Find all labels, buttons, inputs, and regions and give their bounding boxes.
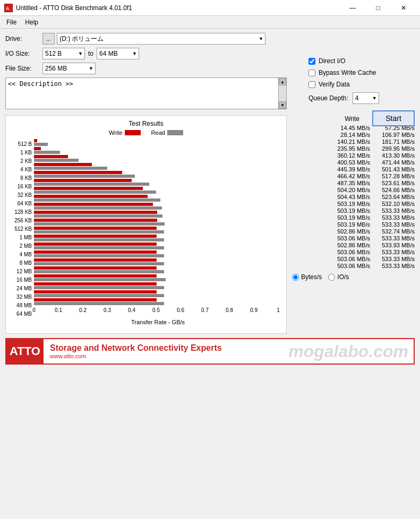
menu-help[interactable]: Help [21, 18, 42, 27]
bar-row [34, 187, 282, 194]
result-row: 360.12 MB/s413.30 MB/s [292, 152, 415, 159]
y-label: 2 KB [10, 157, 34, 166]
maximize-button[interactable]: □ [366, 0, 390, 16]
result-row: 502.86 MB/s532.74 MB/s [292, 228, 415, 235]
footer-url: www.atto.com [50, 353, 282, 359]
x-axis-tick-label: 0.8 [226, 307, 233, 313]
y-label: 512 KB [10, 225, 34, 233]
y-label: 1 KB [10, 149, 34, 157]
result-read-value: 523.61 MB/s [372, 180, 415, 186]
drive-select-wrapper: (D:) ボリューム [57, 33, 265, 45]
read-bar [34, 294, 164, 297]
bar-row [34, 243, 282, 249]
bar-row [34, 227, 282, 233]
start-button[interactable]: Start [372, 110, 415, 126]
to-label: to [88, 50, 93, 57]
direct-io-label: Direct I/O [319, 57, 346, 65]
bar-row [34, 155, 282, 162]
result-row: 503.19 MB/s533.33 MB/s [292, 207, 415, 214]
write-bar [34, 298, 157, 301]
x-axis-tick-label: 0.1 [55, 307, 62, 313]
menu-file[interactable]: File [2, 18, 21, 27]
y-label: 8 KB [10, 174, 34, 183]
window-title: Untitled - ATTO Disk Benchmark 4.01.0f1 [16, 4, 132, 12]
x-axis-label: Transfer Rate - GB/s [34, 319, 282, 325]
result-write-value: 445.39 MB/s [322, 166, 370, 172]
read-legend-label: Read [151, 129, 165, 136]
result-row: 503.06 MB/s533.33 MB/s [292, 256, 415, 262]
result-read-value: 299.95 MB/s [372, 145, 415, 152]
results-panel: Write Read 14.45 MB/s57.25 MB/s28.14 MB/… [292, 115, 415, 334]
result-write-value: 466.42 MB/s [322, 173, 370, 179]
result-read-value: 523.64 MB/s [372, 194, 415, 200]
result-read-value: 533.33 MB/s [372, 263, 415, 269]
bypass-write-cache-label: Bypass Write Cache [319, 69, 376, 76]
y-label: 12 MB [10, 267, 34, 276]
result-read-value: 471.44 MB/s [372, 159, 415, 166]
chart-title: Test Results [10, 120, 282, 127]
read-bar [34, 302, 164, 305]
result-write-value: 503.06 MB/s [322, 249, 370, 255]
result-write-value: 502.86 MB/s [322, 228, 370, 235]
bar-row [34, 211, 282, 218]
direct-io-checkbox[interactable] [308, 58, 315, 65]
y-label: 512 B [10, 140, 34, 149]
bypass-write-cache-checkbox[interactable] [308, 70, 315, 76]
bytes-per-sec-radio[interactable] [292, 274, 299, 281]
file-size-label: File Size: [5, 65, 42, 72]
io-size-from-select[interactable]: 512 B1 KB2 KB4 KB [42, 48, 85, 59]
result-write-value: 503.19 MB/s [322, 201, 370, 207]
chart-area: 512 B1 KB2 KB4 KB8 KB16 KB32 KB64 KB128 … [10, 139, 282, 329]
x-axis-tick-label: 0 [32, 307, 36, 313]
bars-area [34, 139, 282, 305]
y-label: 256 KB [10, 217, 34, 225]
y-axis-labels: 512 B1 KB2 KB4 KB8 KB16 KB32 KB64 KB128 … [10, 139, 34, 329]
browse-button[interactable]: ... [42, 33, 55, 45]
write-bar [34, 243, 157, 246]
drive-row: Drive: ... (D:) ボリューム [5, 33, 415, 45]
result-write-value: 503.06 MB/s [322, 235, 370, 241]
y-label: 1 MB [10, 233, 34, 242]
file-size-select[interactable]: 256 MB64 MB128 MB512 MB [42, 63, 96, 74]
read-legend-item: Read [151, 129, 183, 136]
drive-input-container: ... (D:) ボリューム [42, 33, 265, 45]
scroll-up-arrow[interactable]: ▲ [279, 78, 286, 85]
y-label: 16 KB [10, 183, 34, 191]
minimize-button[interactable]: — [340, 0, 365, 16]
close-button[interactable]: ✕ [391, 0, 416, 16]
bar-row [34, 163, 282, 170]
scroll-down-arrow[interactable]: ▼ [279, 101, 286, 109]
read-bar [34, 159, 79, 162]
read-bar [34, 262, 164, 265]
result-write-value: 502.86 MB/s [322, 242, 370, 248]
result-write-value: 504.20 MB/s [322, 187, 370, 193]
result-write-value: 28.14 MB/s [322, 132, 370, 138]
x-axis: 00.10.20.30.40.50.60.70.80.91 [34, 307, 282, 318]
drive-select[interactable]: (D:) ボリューム [57, 33, 265, 45]
title-bar-left: A Untitled - ATTO Disk Benchmark 4.01.0f… [4, 4, 132, 12]
result-row: 502.86 MB/s533.93 MB/s [292, 242, 415, 248]
write-bar [34, 171, 122, 174]
write-bar [34, 258, 157, 262]
description-textarea[interactable]: << Description >> [5, 77, 287, 109]
footer-text: Storage and Network Connectivity Experts… [44, 341, 288, 361]
read-bar [34, 175, 135, 178]
io-per-sec-radio[interactable] [328, 274, 335, 281]
description-container: << Description >> ▲ ▼ [5, 77, 415, 111]
write-bar [34, 147, 41, 150]
main-content: Direct I/O Bypass Write Cache Verify Dat… [0, 29, 420, 369]
read-bar [34, 167, 107, 170]
io-size-to-select[interactable]: 64 MB8 MB16 MB32 MB [97, 48, 139, 59]
x-axis-tick-label: 0.6 [177, 307, 184, 313]
bar-row [34, 203, 282, 210]
y-label: 32 KB [10, 191, 34, 200]
result-read-value: 533.33 MB/s [372, 235, 415, 241]
result-read-value: 106.97 MB/s [372, 132, 415, 138]
bars-and-x-axis: 00.10.20.30.40.50.60.70.80.91 Transfer R… [34, 139, 282, 329]
chart-container: Test Results Write Read 512 B1 KB2 KB4 K… [5, 115, 287, 334]
result-row: 503.19 MB/s533.33 MB/s [292, 221, 415, 228]
read-bar [34, 286, 164, 289]
result-write-value: 503.06 MB/s [322, 256, 370, 262]
bar-row [34, 179, 282, 186]
read-bar [34, 143, 48, 146]
